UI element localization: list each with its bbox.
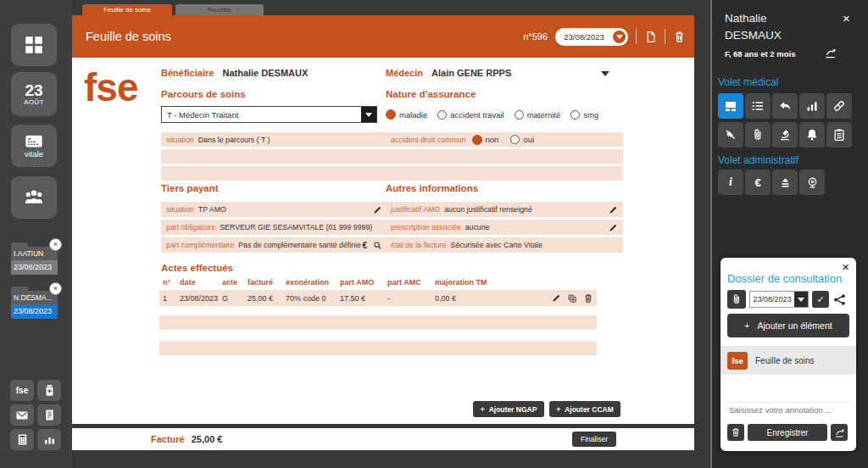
beneficiaire-label: Bénéficiaire: [161, 68, 214, 78]
card-icon: [724, 99, 737, 113]
volet-administratif-title: Volet administratif: [718, 154, 798, 166]
edit-pencil-icon[interactable]: [609, 205, 618, 214]
export-icon: [834, 427, 845, 438]
radio-accident-non[interactable]: [472, 135, 482, 145]
add-element-button[interactable]: + Ajouter un élément: [727, 314, 849, 337]
trash-icon[interactable]: [583, 293, 593, 304]
edit-pencil-icon[interactable]: [552, 293, 561, 303]
webcam-icon: [806, 176, 819, 189]
trash-icon[interactable]: [673, 31, 686, 43]
left-sidebar: 23 AOÛT vitale I.AATIUN 23/08/2023 × N.D…: [0, 0, 72, 468]
actes-table-header: n° date acte facturé exonération part AM…: [159, 276, 600, 287]
dossier-date-select[interactable]: 23/08/2023: [749, 291, 809, 308]
duplicate-icon[interactable]: [567, 293, 577, 304]
notes-button[interactable]: [826, 122, 852, 148]
dossier-export-button[interactable]: [831, 424, 848, 441]
admin-info-button[interactable]: i: [718, 170, 743, 195]
plus-icon: +: [556, 405, 560, 414]
alerts-button[interactable]: [799, 122, 825, 148]
dossier-item-label: Feuille de soins: [755, 356, 814, 365]
euro-icon[interactable]: €: [362, 241, 367, 250]
close-icon[interactable]: ×: [49, 238, 62, 251]
bar-chart-icon: [43, 433, 56, 446]
page-header: Feuille de soins n°596 23/08/2023: [72, 15, 694, 58]
capsule-icon: [832, 99, 846, 113]
export-icon[interactable]: [824, 47, 837, 59]
messages-button[interactable]: [10, 404, 34, 426]
patient-card-date: 23/08/2023: [11, 260, 58, 275]
prescriptions-button[interactable]: [826, 93, 852, 119]
new-document-icon[interactable]: [644, 31, 657, 43]
radio-maladie[interactable]: [386, 109, 396, 120]
calendar-month: AOÛT: [24, 98, 44, 106]
envelope-icon: [15, 409, 29, 422]
edit-pencil-icon[interactable]: [609, 223, 618, 232]
dossier-title: Dossier de consultation: [727, 272, 842, 285]
fse-badge: fse: [727, 352, 748, 370]
trash-icon: [731, 427, 741, 437]
patient-card-1[interactable]: I.AATIUN 23/08/2023 ×: [11, 242, 58, 275]
statistics-button[interactable]: [37, 429, 61, 450]
add-ccam-button[interactable]: + Ajouter CCAM: [549, 401, 620, 417]
search-icon[interactable]: [373, 241, 382, 250]
admin-teleconsultation-button[interactable]: [799, 170, 825, 195]
etat-facture-row: état de la facture Sécurisée avec Carte …: [386, 237, 623, 253]
consultation-card-button[interactable]: [718, 93, 743, 119]
carte-vitale-button[interactable]: vitale: [11, 125, 57, 167]
radio-maternite[interactable]: [515, 110, 524, 120]
vaccines-button[interactable]: [718, 122, 743, 148]
parcours-title: Parcours de soins: [161, 89, 246, 99]
empty-row: [159, 315, 597, 330]
patient-card-2[interactable]: N.DESMA... 23/08/2023 ×: [11, 287, 58, 319]
dossier-delete-button[interactable]: [727, 424, 744, 441]
right-sidebar: Nathalie DESMAUX × F, 68 ans et 2 mois V…: [710, 0, 868, 468]
tab-feuille-de-soins[interactable]: Feuille de soins: [82, 4, 172, 15]
attachments-button[interactable]: [745, 122, 771, 148]
radio-accident-travail[interactable]: [437, 110, 447, 120]
euro-icon: €: [754, 176, 760, 189]
patients-button[interactable]: [11, 176, 57, 219]
admin-billing-button[interactable]: €: [745, 170, 771, 195]
admin-upload-button[interactable]: [772, 170, 798, 195]
documents-button[interactable]: [37, 404, 61, 426]
chevron-down-icon: [365, 113, 372, 117]
calendar-button[interactable]: 23 AOÛT: [11, 72, 57, 116]
dossier-validate-button[interactable]: ✓: [812, 291, 829, 308]
justificatif-amo-row: justificatif AMO aucun justificatif rens…: [386, 202, 623, 217]
share-icon[interactable]: [833, 293, 846, 306]
biology-button[interactable]: [772, 122, 798, 148]
patient-name: Nathalie DESMAUX: [725, 10, 810, 43]
dossier-attach-button[interactable]: [727, 290, 746, 309]
vitale-label: vitale: [25, 149, 43, 159]
parcours-select[interactable]: T - Médecin Traitant: [161, 106, 377, 123]
app-root: 23 AOÛT vitale I.AATIUN 23/08/2023 × N.D…: [0, 0, 868, 468]
add-ngap-button[interactable]: + Ajouter NGAP: [473, 401, 544, 417]
medecin-dropdown-icon[interactable]: [601, 71, 609, 76]
history-list-button[interactable]: [745, 93, 771, 119]
save-button[interactable]: Enregistrer: [748, 424, 827, 441]
medication-button[interactable]: [37, 380, 61, 401]
page-title: Feuille de soins: [86, 15, 171, 58]
accounting-button[interactable]: [10, 429, 34, 450]
header-date-select[interactable]: 23/08/2023: [555, 28, 628, 46]
radio-accident-oui[interactable]: [510, 135, 520, 144]
fse-shortcut-button[interactable]: fse: [10, 380, 34, 401]
radio-smg[interactable]: [570, 110, 580, 120]
empty-row: [161, 149, 387, 164]
plus-icon: +: [744, 320, 749, 331]
tab-recette[interactable]: Recette: [175, 4, 264, 15]
apps-grid-button[interactable]: [11, 24, 57, 66]
constants-button[interactable]: [799, 93, 825, 119]
edit-pencil-icon[interactable]: [373, 205, 382, 214]
facture-label: Facturé: [151, 434, 185, 444]
autres-informations-title: Autres informations: [386, 183, 478, 193]
reply-arrow-icon: [778, 99, 792, 113]
close-icon[interactable]: ×: [843, 12, 850, 25]
eject-upload-icon: [779, 176, 792, 189]
finaliser-button[interactable]: Finaliser: [572, 432, 616, 447]
close-icon[interactable]: ×: [49, 282, 62, 295]
antecedents-button[interactable]: [772, 93, 798, 119]
dossier-item-feuille-de-soins[interactable]: fse Feuille de soins: [721, 346, 856, 375]
annotation-input[interactable]: [727, 402, 849, 417]
close-icon[interactable]: ×: [842, 259, 849, 274]
